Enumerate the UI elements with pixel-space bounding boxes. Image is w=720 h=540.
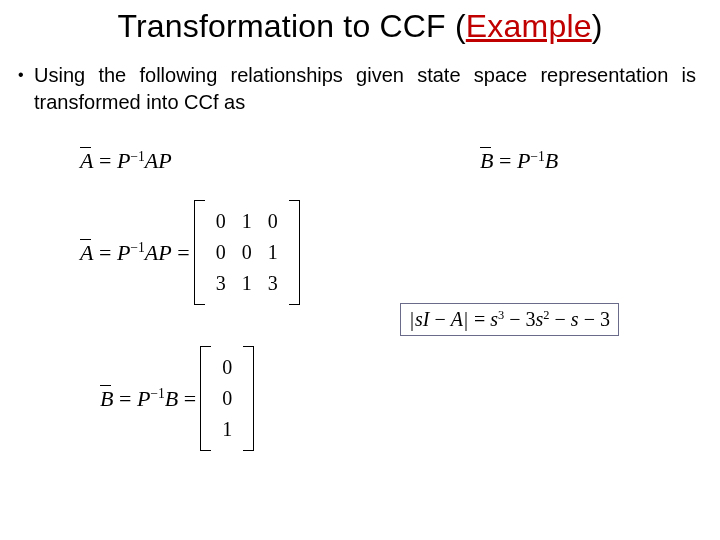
bullet-text: Using the following relationships given … [34, 62, 696, 116]
eq-a-lhs: A [80, 148, 93, 174]
eq-b-matrix: B = P−1B = 0 0 1 [100, 346, 254, 451]
eq-a-matrix: A = P−1AP = 0 1 0 0 0 1 [80, 200, 300, 305]
bullet-item: • Using the following relationships give… [20, 62, 696, 116]
matB-lhs: B [100, 386, 113, 412]
equation-area: A = P−1AP B = P−1B A = P−1AP = 0 [0, 128, 720, 528]
title-example: Example [466, 8, 592, 44]
slide-title: Transformation to CCF (Example) [0, 8, 720, 45]
title-post: ) [592, 8, 603, 44]
matA-r2c0: 3 [208, 268, 234, 299]
matA-r0c1: 1 [234, 206, 260, 237]
matA-r0c0: 0 [208, 206, 234, 237]
char-poly-box: |sI − A| = s3 − 3s2 − s − 3 [400, 303, 619, 336]
eq-b-relation: B = P−1B [480, 148, 558, 174]
matB-r1: 0 [214, 383, 240, 414]
eq-a-relation: A = P−1AP [80, 148, 172, 174]
matB-r0: 0 [214, 352, 240, 383]
matA-r1c1: 0 [234, 237, 260, 268]
matA-r0c2: 0 [260, 206, 286, 237]
matA-r1c0: 0 [208, 237, 234, 268]
matA-lhs: A [80, 240, 93, 266]
matB-r2: 1 [214, 414, 240, 445]
eq-b-lhs: B [480, 148, 493, 174]
matrix-A: 0 1 0 0 0 1 3 1 3 [194, 200, 300, 305]
bullet-dot: • [18, 64, 24, 86]
slide: Transformation to CCF (Example) • Using … [0, 0, 720, 540]
matA-r1c2: 1 [260, 237, 286, 268]
matrix-B: 0 0 1 [200, 346, 254, 451]
matA-r2c1: 1 [234, 268, 260, 299]
matA-r2c2: 3 [260, 268, 286, 299]
title-pre: Transformation to CCF ( [117, 8, 465, 44]
